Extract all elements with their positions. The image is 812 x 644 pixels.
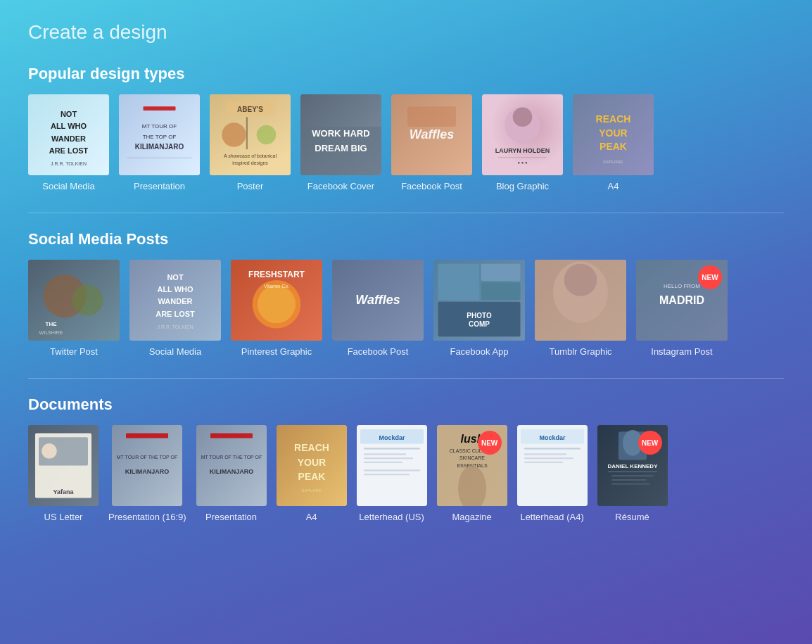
svg-text:MT TOUR OF THE TOP OF: MT TOUR OF THE TOP OF bbox=[117, 455, 178, 460]
svg-text:THE TOP OF: THE TOP OF bbox=[143, 134, 177, 140]
svg-rect-118 bbox=[611, 479, 647, 481]
svg-text:J.R.R. TOLKIEN: J.R.R. TOLKIEN bbox=[157, 324, 193, 329]
svg-point-51 bbox=[258, 285, 296, 323]
design-item-pres-16[interactable]: MT TOUR OF THE TOP OF KILIMANJARO Presen… bbox=[108, 425, 186, 522]
svg-rect-97 bbox=[364, 474, 410, 475]
design-item-fb-cover[interactable]: WORK HARD DREAM BIG Facebook Cover bbox=[300, 94, 381, 191]
svg-text:WORK HARD: WORK HARD bbox=[312, 128, 369, 139]
svg-text:HELLO FROM: HELLO FROM bbox=[664, 283, 700, 289]
thumb-social-media2: NOT ALL WHO WANDER ARE LOST J.R.R. TOLKI… bbox=[129, 260, 221, 341]
design-item-fb-post[interactable]: Waffles Facebook Post bbox=[391, 94, 472, 191]
thumb-magazine: lush CLASSIC CULTURE SKINCARE ESSENTIALS… bbox=[437, 425, 507, 506]
svg-text:LAURYN HOLDEN: LAURYN HOLDEN bbox=[495, 147, 550, 154]
design-item-a4[interactable]: REACH YOUR PEAK EXPLORE A4 bbox=[573, 94, 654, 191]
label-poster: Poster bbox=[237, 181, 264, 191]
svg-text:KILIMANJARO: KILIMANJARO bbox=[125, 468, 170, 475]
design-item-pres[interactable]: MT TOUR OF THE TOP OF KILIMANJARO Presen… bbox=[196, 425, 267, 522]
svg-rect-108 bbox=[524, 448, 581, 449]
svg-text:THE: THE bbox=[46, 321, 58, 327]
svg-point-18 bbox=[222, 122, 246, 147]
design-item-letterhead-us[interactable]: Mockdar Letterhead (US) bbox=[357, 425, 427, 522]
design-item-pinterest[interactable]: FRESHSTART Vitamin Co. Pinterest Graphic bbox=[231, 260, 322, 357]
svg-text:WANDER: WANDER bbox=[51, 134, 86, 143]
svg-text:MT TOUR OF: MT TOUR OF bbox=[142, 123, 177, 130]
svg-point-40 bbox=[72, 284, 103, 315]
svg-rect-96 bbox=[364, 469, 420, 471]
new-badge: NEW bbox=[478, 431, 502, 455]
svg-text:MT TOUR OF THE TOP OF: MT TOUR OF THE TOP OF bbox=[201, 455, 262, 460]
svg-rect-15 bbox=[246, 117, 248, 149]
design-item-fb-app[interactable]: PHOTO COMP Facebook App bbox=[433, 260, 525, 357]
design-item-social-media2[interactable]: NOT ALL WHO WANDER ARE LOST J.R.R. TOLKI… bbox=[129, 260, 221, 357]
thumb-resume: DANIEL KENNEDY NEW bbox=[597, 425, 668, 506]
design-item-tumblr[interactable]: Tumblr Graphic bbox=[535, 260, 626, 357]
design-item-us-letter[interactable]: Yafana US Letter bbox=[28, 425, 99, 522]
svg-text:REACH: REACH bbox=[596, 113, 631, 125]
svg-text:FRESHSTART: FRESHSTART bbox=[248, 270, 305, 279]
design-item-a4-doc[interactable]: REACH YOUR PEAK EXPLORE A4 bbox=[277, 425, 347, 522]
svg-text:Mockdar: Mockdar bbox=[539, 434, 566, 441]
svg-text:A showcase of botanical: A showcase of botanical bbox=[224, 153, 277, 158]
svg-rect-81 bbox=[210, 434, 253, 438]
svg-rect-77 bbox=[126, 434, 168, 438]
design-item-instagram[interactable]: HELLO FROM MADRID NEWInstagram Post bbox=[636, 260, 728, 357]
design-item-magazine[interactable]: lush CLASSIC CULTURE SKINCARE ESSENTIALS… bbox=[437, 425, 507, 522]
svg-text:KILIMANJARO: KILIMANJARO bbox=[209, 468, 253, 475]
svg-text:Yafana: Yafana bbox=[53, 488, 74, 495]
svg-text:EXPLORE: EXPLORE bbox=[301, 488, 321, 493]
svg-text:YOUR: YOUR bbox=[297, 457, 325, 468]
design-item-twitter-post[interactable]: THE WILSHIRE Twitter Post bbox=[28, 260, 120, 357]
label-twitter-post: Twitter Post bbox=[50, 346, 98, 357]
svg-point-66 bbox=[564, 264, 597, 296]
svg-text:● ● ●: ● ● ● bbox=[517, 160, 528, 165]
svg-rect-110 bbox=[524, 457, 573, 459]
svg-text:Mockdar: Mockdar bbox=[379, 434, 405, 441]
svg-text:NOT: NOT bbox=[167, 273, 184, 282]
design-item-poster[interactable]: ABEY'S A showcase of botanical inspired … bbox=[210, 94, 291, 191]
svg-rect-26 bbox=[407, 106, 456, 127]
thumb-pres: MT TOUR OF THE TOP OF KILIMANJARO bbox=[196, 425, 267, 506]
thumb-pinterest: FRESHSTART Vitamin Co. bbox=[231, 260, 322, 341]
thumb-fb-app: PHOTO COMP bbox=[433, 260, 525, 341]
label-magazine: Magazine bbox=[452, 512, 491, 522]
label-a4-doc: A4 bbox=[306, 512, 317, 522]
thumb-fb-cover: WORK HARD DREAM BIG bbox=[300, 94, 381, 175]
svg-rect-111 bbox=[524, 462, 563, 463]
design-item-fb-post2[interactable]: Waffles Facebook Post bbox=[332, 260, 424, 357]
thumb-letterhead-us: Mockdar bbox=[357, 425, 427, 506]
design-item-presentation[interactable]: MT TOUR OF THE TOP OF KILIMANJARO Presen… bbox=[119, 94, 200, 191]
label-social-media2: Social Media bbox=[149, 346, 201, 357]
svg-text:PEAK: PEAK bbox=[298, 471, 325, 482]
svg-rect-92 bbox=[364, 448, 420, 449]
thumb-fb-post2: Waffles bbox=[332, 260, 424, 341]
svg-point-29 bbox=[513, 107, 533, 127]
design-item-social-media[interactable]: NOT ALL WHO WANDER ARE LOST J.R.R. TOLKI… bbox=[28, 94, 109, 191]
label-fb-post2: Facebook Post bbox=[348, 346, 409, 357]
label-instagram: Instagram Post bbox=[651, 346, 712, 357]
social-section-title: Social Media Posts bbox=[28, 230, 784, 248]
design-item-resume[interactable]: DANIEL KENNEDY NEWRésumé bbox=[597, 425, 668, 522]
thumb-pres-16: MT TOUR OF THE TOP OF KILIMANJARO bbox=[112, 425, 182, 506]
svg-text:KILIMANJARO: KILIMANJARO bbox=[135, 143, 184, 151]
svg-text:J.R.R. TOLKIEN: J.R.R. TOLKIEN bbox=[51, 161, 87, 166]
design-item-blog-graphic[interactable]: LAURYN HOLDEN ● ● ● Blog Graphic bbox=[482, 94, 563, 191]
svg-text:COMP: COMP bbox=[469, 320, 490, 328]
label-pinterest: Pinterest Graphic bbox=[241, 346, 312, 357]
svg-text:DANIEL KENNEDY: DANIEL KENNEDY bbox=[607, 463, 658, 469]
svg-text:SKINCARE: SKINCARE bbox=[459, 455, 485, 460]
thumb-blog-graphic: LAURYN HOLDEN ● ● ● bbox=[482, 94, 563, 175]
svg-rect-11 bbox=[127, 158, 192, 158]
svg-rect-94 bbox=[364, 457, 413, 459]
popular-section: Popular design types NOT ALL WHO WANDER … bbox=[28, 65, 784, 191]
svg-text:WANDER: WANDER bbox=[158, 297, 193, 305]
svg-rect-58 bbox=[481, 264, 521, 281]
svg-rect-59 bbox=[481, 282, 521, 300]
design-item-letterhead-a4[interactable]: Mockdar Letterhead (A4) bbox=[517, 425, 588, 522]
thumb-a4: REACH YOUR PEAK EXPLORE bbox=[573, 94, 654, 175]
svg-text:REACH: REACH bbox=[294, 442, 329, 453]
label-fb-post: Facebook Post bbox=[401, 181, 462, 191]
svg-rect-116 bbox=[608, 472, 657, 472]
svg-text:PHOTO: PHOTO bbox=[467, 312, 492, 320]
svg-text:inspired designs: inspired designs bbox=[232, 160, 268, 166]
popular-grid: NOT ALL WHO WANDER ARE LOST J.R.R. TOLKI… bbox=[28, 94, 784, 191]
